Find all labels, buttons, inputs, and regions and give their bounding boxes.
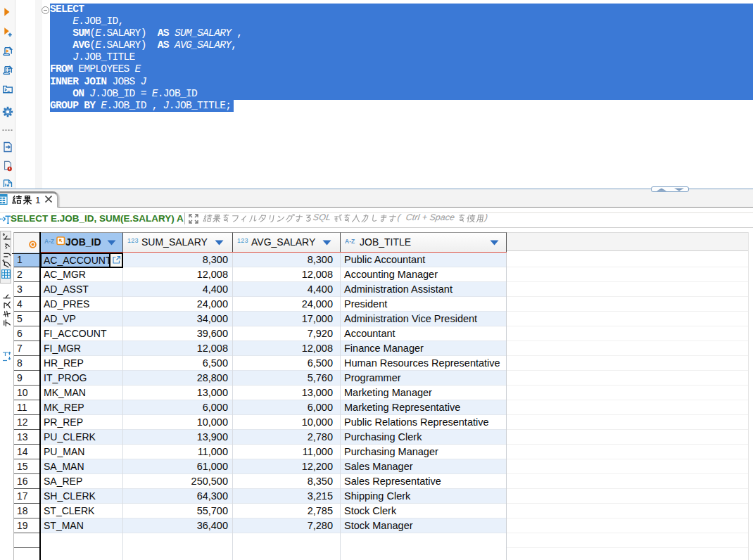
svg-text:SQL: SQL: [312, 213, 331, 222]
svg-text:(: (: [397, 213, 403, 222]
svg-text:): ): [483, 213, 488, 222]
svg-text:1: 1: [35, 195, 41, 205]
svg-text:A-Z: A-Z: [44, 238, 54, 245]
svg-text:Ctrl + Space: Ctrl + Space: [405, 213, 455, 222]
svg-text:A-Z: A-Z: [345, 238, 355, 245]
